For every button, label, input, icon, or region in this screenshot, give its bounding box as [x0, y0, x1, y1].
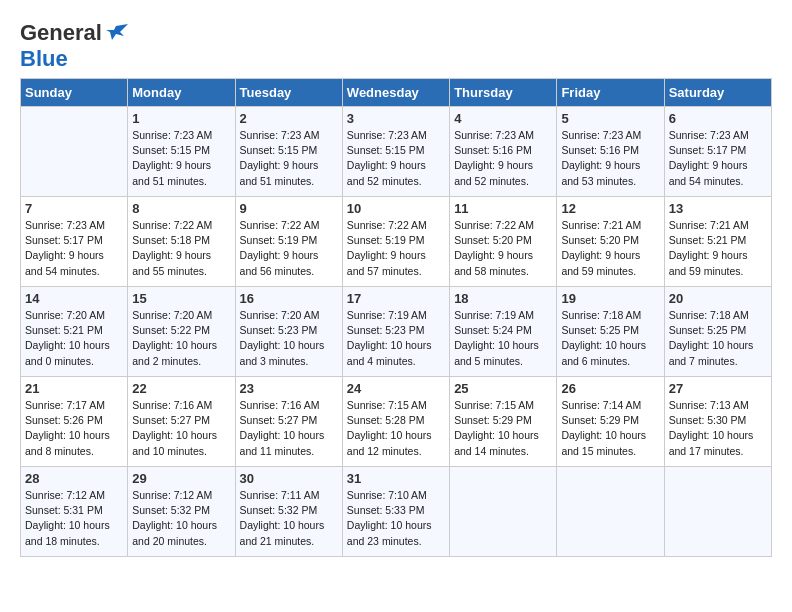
calendar-week-row: 21Sunrise: 7:17 AM Sunset: 5:26 PM Dayli… [21, 377, 772, 467]
calendar-week-row: 14Sunrise: 7:20 AM Sunset: 5:21 PM Dayli… [21, 287, 772, 377]
day-number: 16 [240, 291, 338, 306]
calendar-week-row: 28Sunrise: 7:12 AM Sunset: 5:31 PM Dayli… [21, 467, 772, 557]
calendar-cell: 3Sunrise: 7:23 AM Sunset: 5:15 PM Daylig… [342, 107, 449, 197]
day-info: Sunrise: 7:16 AM Sunset: 5:27 PM Dayligh… [240, 398, 338, 459]
calendar-cell: 13Sunrise: 7:21 AM Sunset: 5:21 PM Dayli… [664, 197, 771, 287]
calendar-cell: 20Sunrise: 7:18 AM Sunset: 5:25 PM Dayli… [664, 287, 771, 377]
day-header-wednesday: Wednesday [342, 79, 449, 107]
day-number: 4 [454, 111, 552, 126]
header: General Blue [20, 20, 772, 72]
day-info: Sunrise: 7:14 AM Sunset: 5:29 PM Dayligh… [561, 398, 659, 459]
calendar-cell: 12Sunrise: 7:21 AM Sunset: 5:20 PM Dayli… [557, 197, 664, 287]
calendar-cell [664, 467, 771, 557]
day-number: 5 [561, 111, 659, 126]
calendar-cell: 30Sunrise: 7:11 AM Sunset: 5:32 PM Dayli… [235, 467, 342, 557]
calendar-table: SundayMondayTuesdayWednesdayThursdayFrid… [20, 78, 772, 557]
day-number: 17 [347, 291, 445, 306]
day-info: Sunrise: 7:12 AM Sunset: 5:31 PM Dayligh… [25, 488, 123, 549]
day-info: Sunrise: 7:18 AM Sunset: 5:25 PM Dayligh… [561, 308, 659, 369]
calendar-cell: 5Sunrise: 7:23 AM Sunset: 5:16 PM Daylig… [557, 107, 664, 197]
day-header-tuesday: Tuesday [235, 79, 342, 107]
calendar-cell: 18Sunrise: 7:19 AM Sunset: 5:24 PM Dayli… [450, 287, 557, 377]
day-header-friday: Friday [557, 79, 664, 107]
day-header-sunday: Sunday [21, 79, 128, 107]
calendar-cell: 27Sunrise: 7:13 AM Sunset: 5:30 PM Dayli… [664, 377, 771, 467]
day-info: Sunrise: 7:11 AM Sunset: 5:32 PM Dayligh… [240, 488, 338, 549]
calendar-cell: 2Sunrise: 7:23 AM Sunset: 5:15 PM Daylig… [235, 107, 342, 197]
logo-bird-icon [106, 22, 128, 44]
day-number: 6 [669, 111, 767, 126]
day-number: 13 [669, 201, 767, 216]
day-header-thursday: Thursday [450, 79, 557, 107]
calendar-cell [557, 467, 664, 557]
day-info: Sunrise: 7:12 AM Sunset: 5:32 PM Dayligh… [132, 488, 230, 549]
calendar-cell: 29Sunrise: 7:12 AM Sunset: 5:32 PM Dayli… [128, 467, 235, 557]
day-info: Sunrise: 7:22 AM Sunset: 5:18 PM Dayligh… [132, 218, 230, 279]
day-info: Sunrise: 7:20 AM Sunset: 5:23 PM Dayligh… [240, 308, 338, 369]
calendar-week-row: 1Sunrise: 7:23 AM Sunset: 5:15 PM Daylig… [21, 107, 772, 197]
calendar-cell: 31Sunrise: 7:10 AM Sunset: 5:33 PM Dayli… [342, 467, 449, 557]
day-number: 26 [561, 381, 659, 396]
day-info: Sunrise: 7:13 AM Sunset: 5:30 PM Dayligh… [669, 398, 767, 459]
calendar-cell: 16Sunrise: 7:20 AM Sunset: 5:23 PM Dayli… [235, 287, 342, 377]
day-info: Sunrise: 7:20 AM Sunset: 5:22 PM Dayligh… [132, 308, 230, 369]
calendar-cell: 24Sunrise: 7:15 AM Sunset: 5:28 PM Dayli… [342, 377, 449, 467]
day-number: 22 [132, 381, 230, 396]
day-info: Sunrise: 7:22 AM Sunset: 5:20 PM Dayligh… [454, 218, 552, 279]
calendar-cell: 6Sunrise: 7:23 AM Sunset: 5:17 PM Daylig… [664, 107, 771, 197]
day-header-monday: Monday [128, 79, 235, 107]
calendar-cell: 7Sunrise: 7:23 AM Sunset: 5:17 PM Daylig… [21, 197, 128, 287]
day-number: 24 [347, 381, 445, 396]
day-number: 20 [669, 291, 767, 306]
day-info: Sunrise: 7:23 AM Sunset: 5:15 PM Dayligh… [347, 128, 445, 189]
day-info: Sunrise: 7:23 AM Sunset: 5:16 PM Dayligh… [454, 128, 552, 189]
calendar-cell [450, 467, 557, 557]
day-info: Sunrise: 7:19 AM Sunset: 5:23 PM Dayligh… [347, 308, 445, 369]
calendar-cell: 8Sunrise: 7:22 AM Sunset: 5:18 PM Daylig… [128, 197, 235, 287]
day-number: 21 [25, 381, 123, 396]
calendar-cell [21, 107, 128, 197]
day-number: 30 [240, 471, 338, 486]
day-info: Sunrise: 7:22 AM Sunset: 5:19 PM Dayligh… [240, 218, 338, 279]
day-info: Sunrise: 7:23 AM Sunset: 5:17 PM Dayligh… [669, 128, 767, 189]
day-info: Sunrise: 7:23 AM Sunset: 5:15 PM Dayligh… [240, 128, 338, 189]
calendar-cell: 4Sunrise: 7:23 AM Sunset: 5:16 PM Daylig… [450, 107, 557, 197]
day-number: 10 [347, 201, 445, 216]
day-number: 27 [669, 381, 767, 396]
day-number: 19 [561, 291, 659, 306]
calendar-cell: 11Sunrise: 7:22 AM Sunset: 5:20 PM Dayli… [450, 197, 557, 287]
calendar-cell: 19Sunrise: 7:18 AM Sunset: 5:25 PM Dayli… [557, 287, 664, 377]
calendar-cell: 10Sunrise: 7:22 AM Sunset: 5:19 PM Dayli… [342, 197, 449, 287]
day-info: Sunrise: 7:15 AM Sunset: 5:28 PM Dayligh… [347, 398, 445, 459]
day-number: 14 [25, 291, 123, 306]
day-info: Sunrise: 7:10 AM Sunset: 5:33 PM Dayligh… [347, 488, 445, 549]
calendar-cell: 21Sunrise: 7:17 AM Sunset: 5:26 PM Dayli… [21, 377, 128, 467]
svg-marker-0 [106, 24, 128, 40]
day-number: 11 [454, 201, 552, 216]
day-number: 3 [347, 111, 445, 126]
calendar-cell: 25Sunrise: 7:15 AM Sunset: 5:29 PM Dayli… [450, 377, 557, 467]
calendar-body: 1Sunrise: 7:23 AM Sunset: 5:15 PM Daylig… [21, 107, 772, 557]
day-header-saturday: Saturday [664, 79, 771, 107]
day-info: Sunrise: 7:16 AM Sunset: 5:27 PM Dayligh… [132, 398, 230, 459]
day-info: Sunrise: 7:20 AM Sunset: 5:21 PM Dayligh… [25, 308, 123, 369]
day-number: 29 [132, 471, 230, 486]
day-number: 12 [561, 201, 659, 216]
calendar-cell: 26Sunrise: 7:14 AM Sunset: 5:29 PM Dayli… [557, 377, 664, 467]
day-number: 7 [25, 201, 123, 216]
calendar-cell: 28Sunrise: 7:12 AM Sunset: 5:31 PM Dayli… [21, 467, 128, 557]
calendar-cell: 1Sunrise: 7:23 AM Sunset: 5:15 PM Daylig… [128, 107, 235, 197]
day-info: Sunrise: 7:23 AM Sunset: 5:16 PM Dayligh… [561, 128, 659, 189]
day-number: 23 [240, 381, 338, 396]
day-info: Sunrise: 7:18 AM Sunset: 5:25 PM Dayligh… [669, 308, 767, 369]
day-info: Sunrise: 7:22 AM Sunset: 5:19 PM Dayligh… [347, 218, 445, 279]
calendar-header-row: SundayMondayTuesdayWednesdayThursdayFrid… [21, 79, 772, 107]
calendar-cell: 14Sunrise: 7:20 AM Sunset: 5:21 PM Dayli… [21, 287, 128, 377]
day-info: Sunrise: 7:21 AM Sunset: 5:21 PM Dayligh… [669, 218, 767, 279]
day-info: Sunrise: 7:23 AM Sunset: 5:15 PM Dayligh… [132, 128, 230, 189]
day-number: 2 [240, 111, 338, 126]
day-number: 25 [454, 381, 552, 396]
day-number: 31 [347, 471, 445, 486]
calendar-cell: 9Sunrise: 7:22 AM Sunset: 5:19 PM Daylig… [235, 197, 342, 287]
day-info: Sunrise: 7:17 AM Sunset: 5:26 PM Dayligh… [25, 398, 123, 459]
